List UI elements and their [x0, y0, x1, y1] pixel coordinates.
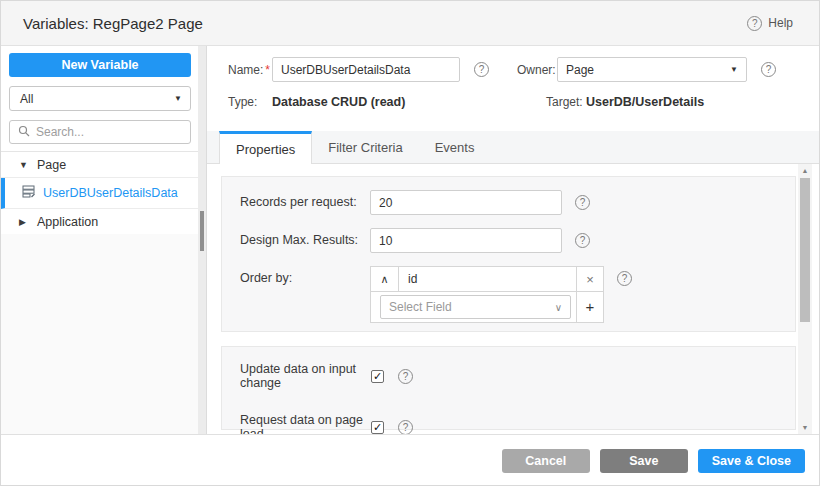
variable-summary: Name:* ? Owner:* Page ▼ ? Type: Database…	[207, 46, 819, 131]
chevron-down-icon: ∨	[555, 302, 562, 313]
search-placeholder: Search...	[36, 125, 84, 139]
caret-right-icon[interactable]: ▶	[19, 217, 29, 227]
sidebar-scrollbar-thumb[interactable]	[200, 211, 204, 251]
required-asterisk: *	[265, 63, 270, 77]
sidebar: New Variable All ▼ Search... ▼ Page	[1, 46, 207, 434]
tab-properties[interactable]: Properties	[219, 131, 312, 164]
name-input[interactable]	[272, 57, 460, 82]
design-max-results-label: Design Max. Results:	[240, 228, 370, 253]
tree-item-userdbuserdetailsdata[interactable]: UserDBUserDetailsData	[1, 178, 206, 209]
owner-value: Page	[566, 63, 594, 77]
variable-filter-select[interactable]: All ▼	[9, 86, 191, 111]
cancel-button[interactable]: Cancel	[502, 449, 590, 473]
update-data-checkbox[interactable]: ✓	[371, 370, 384, 383]
new-variable-button[interactable]: New Variable	[9, 53, 191, 77]
records-per-request-label: Records per request:	[240, 190, 370, 215]
content-scrollbar-thumb[interactable]	[800, 178, 810, 322]
search-input[interactable]: Search...	[9, 120, 191, 144]
name-help-icon[interactable]: ?	[474, 62, 489, 77]
properties-panel: Records per request: ? Design Max. Resul…	[207, 164, 819, 434]
order-by-help-icon[interactable]: ?	[617, 271, 632, 286]
type-value: Database CRUD (read)	[272, 95, 518, 109]
tree-item-page[interactable]: ▼ Page	[1, 152, 206, 178]
records-per-request-help-icon[interactable]: ?	[575, 195, 590, 210]
dropdown-icon: ▼	[174, 94, 182, 103]
tab-events[interactable]: Events	[419, 131, 491, 163]
dialog-body: New Variable All ▼ Search... ▼ Page	[1, 46, 819, 434]
database-icon	[22, 185, 35, 201]
dropdown-icon: ▼	[730, 65, 738, 74]
owner-label: Owner:*	[517, 63, 557, 77]
name-label: Name:*	[228, 63, 272, 77]
tree-item-label: Page	[37, 158, 66, 172]
target-value: UserDB/UserDetails	[586, 95, 704, 109]
help-label: Help	[768, 16, 793, 30]
tree-item-label: Application	[37, 215, 98, 229]
tabbar: Properties Filter Criteria Events	[207, 131, 819, 164]
variable-filter-value: All	[20, 92, 33, 106]
tree-item-application[interactable]: ▶ Application	[1, 209, 206, 235]
scroll-up-icon[interactable]: ▲	[798, 164, 812, 177]
sidebar-empty-area	[1, 234, 198, 434]
page-title: Variables: RegPage2 Page	[23, 15, 203, 32]
tree-item-label: UserDBUserDetailsData	[43, 186, 178, 200]
update-data-label: Update data on input change	[240, 362, 371, 390]
owner-help-icon[interactable]: ?	[761, 62, 776, 77]
caret-down-icon[interactable]: ▼	[19, 160, 29, 170]
request-settings-card: Records per request: ? Design Max. Resul…	[221, 176, 796, 332]
design-max-results-help-icon[interactable]: ?	[575, 233, 590, 248]
update-data-help-icon[interactable]: ?	[398, 369, 413, 384]
tab-filter-criteria[interactable]: Filter Criteria	[312, 131, 418, 163]
save-button[interactable]: Save	[600, 449, 688, 473]
sidebar-scrollbar[interactable]	[198, 46, 206, 434]
remove-field-button[interactable]: ×	[576, 267, 603, 291]
order-by-widget: ∧ id × Select Field ∨ +	[370, 266, 604, 323]
add-field-button[interactable]: +	[576, 292, 603, 322]
plus-icon: +	[586, 298, 595, 315]
checkmark-icon: ✓	[373, 371, 382, 382]
order-by-label: Order by:	[240, 266, 370, 291]
footer: Cancel Save Save & Close	[1, 434, 819, 486]
close-icon: ×	[586, 272, 594, 287]
sort-direction-button[interactable]: ∧	[371, 267, 399, 291]
scroll-down-icon[interactable]: ▼	[798, 421, 812, 434]
select-field-dropdown[interactable]: Select Field ∨	[380, 295, 571, 319]
caret-up-icon: ∧	[380, 273, 388, 285]
behavior-settings-card: Update data on input change ✓ ? Request …	[221, 346, 796, 430]
target-label: Target:	[546, 95, 586, 109]
checkmark-icon: ✓	[373, 422, 382, 433]
request-data-help-icon[interactable]: ?	[398, 420, 413, 435]
type-label: Type:	[228, 95, 272, 109]
design-max-results-input[interactable]	[370, 228, 562, 253]
records-per-request-input[interactable]	[370, 190, 562, 215]
order-by-field[interactable]: id	[399, 267, 576, 291]
search-icon	[18, 123, 30, 141]
main-panel: Name:* ? Owner:* Page ▼ ? Type: Database…	[207, 46, 819, 434]
request-data-label: Request data on page load	[240, 413, 371, 434]
request-data-checkbox[interactable]: ✓	[371, 421, 384, 434]
content-scrollbar[interactable]: ▲ ▼	[798, 164, 812, 434]
variable-tree: ▼ Page UserDBUserDetailsData ▶ Applicati…	[1, 151, 206, 235]
help-button[interactable]: ? Help	[747, 16, 793, 31]
help-icon: ?	[747, 16, 762, 31]
owner-select[interactable]: Page ▼	[557, 57, 747, 82]
titlebar: Variables: RegPage2 Page ? Help	[1, 1, 819, 46]
save-close-button[interactable]: Save & Close	[698, 449, 805, 473]
variables-dialog: Variables: RegPage2 Page ? Help New Vari…	[0, 0, 820, 486]
select-field-placeholder: Select Field	[389, 300, 452, 314]
